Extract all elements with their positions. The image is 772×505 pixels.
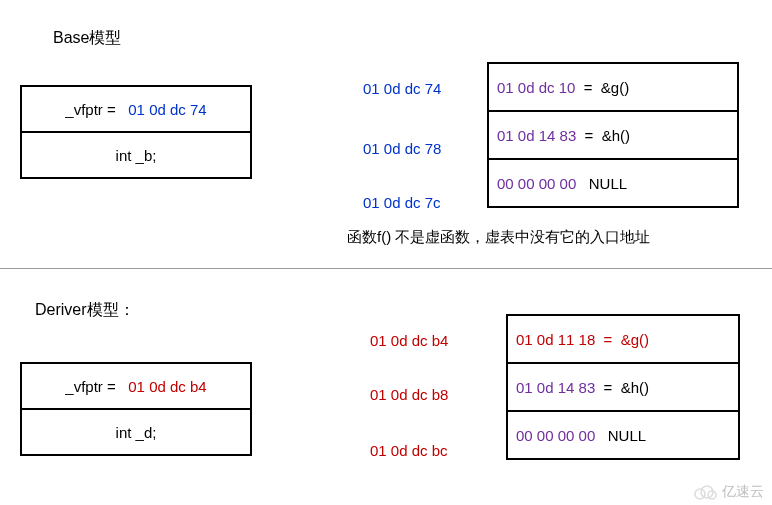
deriver-vt1-eq: = — [604, 379, 613, 396]
base-vt0-fn: &g() — [601, 79, 629, 96]
deriver-vtable: 01 0d 11 18 = &g() 01 0d 14 83 = &h() 00… — [506, 314, 740, 460]
svg-point-1 — [701, 486, 713, 498]
deriver-vt0-fn: &g() — [621, 331, 649, 348]
base-vfptr-value: 01 0d dc 74 — [128, 101, 206, 118]
base-vfptr-label: _vfptr = — [65, 101, 115, 118]
deriver-addr-2: 01 0d dc bc — [370, 442, 448, 459]
base-vtable: 01 0d dc 10 = &g() 01 0d 14 83 = &h() 00… — [487, 62, 739, 208]
deriver-vfptr-label: _vfptr = — [65, 378, 115, 395]
deriver-vt2-fn: NULL — [608, 427, 646, 444]
base-vt2-val: 00 00 00 00 — [497, 175, 576, 192]
base-addr-2: 01 0d dc 7c — [363, 194, 441, 211]
deriver-vt1-val: 01 0d 14 83 — [516, 379, 595, 396]
watermark-text: 亿速云 — [722, 483, 764, 501]
base-title: Base模型 — [53, 28, 121, 49]
base-vt1-fn: &h() — [602, 127, 630, 144]
base-object-box: _vfptr = 01 0d dc 74 int _b; — [20, 85, 252, 179]
deriver-vfptr-value: 01 0d dc b4 — [128, 378, 206, 395]
cloud-icon — [692, 483, 718, 501]
base-vt1-eq: = — [585, 127, 594, 144]
base-vt2-fn: NULL — [589, 175, 627, 192]
deriver-object-box: _vfptr = 01 0d dc b4 int _d; — [20, 362, 252, 456]
deriver-vt0-eq: = — [604, 331, 613, 348]
base-vt0-eq: = — [584, 79, 593, 96]
watermark: 亿速云 — [692, 483, 764, 501]
deriver-vt0-val: 01 0d 11 18 — [516, 331, 595, 348]
deriver-member: int _d; — [116, 424, 157, 441]
deriver-addr-0: 01 0d dc b4 — [370, 332, 448, 349]
deriver-vt1-fn: &h() — [621, 379, 649, 396]
deriver-vt2-val: 00 00 00 00 — [516, 427, 595, 444]
base-member: int _b; — [116, 147, 157, 164]
base-vt1-val: 01 0d 14 83 — [497, 127, 576, 144]
base-vt0-val: 01 0d dc 10 — [497, 79, 575, 96]
section-divider — [0, 268, 772, 269]
base-caption: 函数f() 不是虚函数，虚表中没有它的入口地址 — [347, 228, 650, 247]
base-addr-0: 01 0d dc 74 — [363, 80, 441, 97]
base-addr-1: 01 0d dc 78 — [363, 140, 441, 157]
deriver-title: Deriver模型： — [35, 300, 135, 321]
deriver-addr-1: 01 0d dc b8 — [370, 386, 448, 403]
